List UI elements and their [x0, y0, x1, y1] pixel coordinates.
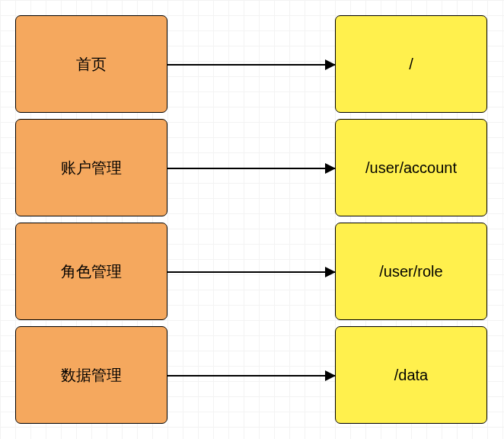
- arrow-icon: [167, 271, 335, 273]
- menu-box-role: 角色管理: [15, 223, 167, 320]
- path-box-account: /user/account: [335, 119, 487, 216]
- path-label: /data: [394, 367, 428, 384]
- arrow-icon: [167, 375, 335, 377]
- path-label: /user/account: [365, 159, 457, 177]
- menu-box-home: 首页: [15, 15, 167, 113]
- path-label: /: [409, 56, 413, 73]
- path-label: /user/role: [379, 263, 442, 280]
- path-box-home: /: [335, 15, 487, 113]
- path-box-data: /data: [335, 326, 487, 424]
- arrow-icon: [167, 168, 335, 169]
- menu-label: 数据管理: [61, 365, 122, 386]
- path-box-role: /user/role: [335, 223, 487, 320]
- menu-box-data: 数据管理: [15, 326, 167, 424]
- menu-label: 首页: [76, 54, 107, 75]
- menu-label: 账户管理: [61, 158, 122, 178]
- menu-box-account: 账户管理: [15, 119, 167, 216]
- menu-label: 角色管理: [61, 261, 122, 282]
- arrow-icon: [167, 64, 335, 66]
